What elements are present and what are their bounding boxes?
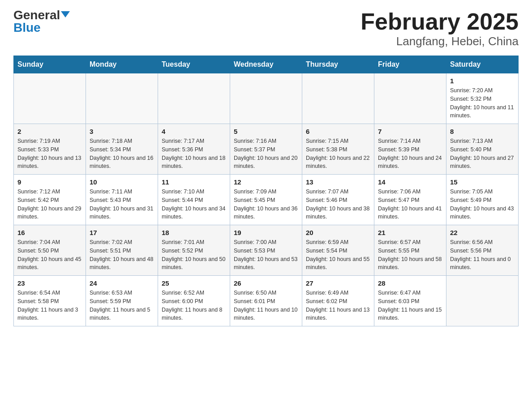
calendar-cell: 21Sunrise: 6:57 AMSunset: 5:55 PMDayligh… [374, 225, 446, 276]
day-number: 6 [306, 128, 370, 135]
calendar-cell: 25Sunrise: 6:52 AMSunset: 6:00 PMDayligh… [158, 276, 230, 326]
logo-blue-text: Blue [13, 21, 41, 34]
calendar-cell: 16Sunrise: 7:04 AMSunset: 5:50 PMDayligh… [14, 225, 86, 276]
calendar-cell: 22Sunrise: 6:56 AMSunset: 5:56 PMDayligh… [446, 225, 519, 276]
calendar-week-row: 9Sunrise: 7:12 AMSunset: 5:42 PMDaylight… [14, 175, 519, 225]
calendar-cell: 18Sunrise: 7:01 AMSunset: 5:52 PMDayligh… [158, 225, 230, 276]
calendar-cell: 5Sunrise: 7:16 AMSunset: 5:37 PMDaylight… [230, 124, 302, 175]
day-info: Sunrise: 7:11 AMSunset: 5:43 PMDaylight:… [90, 188, 154, 221]
day-info: Sunrise: 6:59 AMSunset: 5:54 PMDaylight:… [306, 238, 370, 272]
day-number: 9 [17, 178, 82, 186]
day-info: Sunrise: 7:04 AMSunset: 5:50 PMDaylight:… [17, 238, 82, 272]
day-number: 15 [450, 178, 515, 186]
calendar-cell: 2Sunrise: 7:19 AMSunset: 5:33 PMDaylight… [14, 124, 86, 175]
calendar-cell: 9Sunrise: 7:12 AMSunset: 5:42 PMDaylight… [14, 175, 86, 225]
calendar-cell: 8Sunrise: 7:13 AMSunset: 5:40 PMDaylight… [446, 124, 519, 175]
logo-general-text: General [13, 9, 60, 21]
day-info: Sunrise: 7:00 AMSunset: 5:53 PMDaylight:… [234, 238, 298, 272]
calendar-header-row: Sunday Monday Tuesday Wednesday Thursday… [14, 56, 519, 73]
day-info: Sunrise: 7:05 AMSunset: 5:49 PMDaylight:… [450, 188, 515, 221]
calendar-subtitle: Langfang, Hebei, China [360, 34, 519, 48]
day-number: 21 [378, 229, 442, 236]
calendar-cell: 24Sunrise: 6:53 AMSunset: 5:59 PMDayligh… [86, 276, 158, 326]
day-number: 20 [306, 229, 370, 236]
day-info: Sunrise: 7:15 AMSunset: 5:38 PMDaylight:… [306, 137, 370, 171]
title-block: February 2025 Langfang, Hebei, China [360, 9, 519, 48]
day-number: 3 [90, 128, 154, 135]
day-number: 2 [17, 128, 82, 135]
calendar-cell [230, 73, 302, 124]
day-info: Sunrise: 7:10 AMSunset: 5:44 PMDaylight:… [162, 188, 226, 221]
day-number: 13 [306, 178, 370, 186]
day-number: 22 [450, 229, 515, 236]
day-number: 17 [90, 229, 154, 236]
day-number: 18 [162, 229, 226, 236]
day-info: Sunrise: 7:13 AMSunset: 5:40 PMDaylight:… [450, 137, 515, 171]
day-number: 7 [378, 128, 442, 135]
calendar-cell: 10Sunrise: 7:11 AMSunset: 5:43 PMDayligh… [86, 175, 158, 225]
calendar-cell [374, 73, 446, 124]
page-header: General Blue February 2025 Langfang, Heb… [13, 9, 519, 48]
day-number: 19 [234, 229, 298, 236]
calendar-week-row: 16Sunrise: 7:04 AMSunset: 5:50 PMDayligh… [14, 225, 519, 276]
day-info: Sunrise: 6:47 AMSunset: 6:03 PMDaylight:… [378, 289, 442, 322]
day-number: 4 [162, 128, 226, 135]
calendar-cell: 13Sunrise: 7:07 AMSunset: 5:46 PMDayligh… [302, 175, 374, 225]
day-number: 12 [234, 178, 298, 186]
day-info: Sunrise: 7:16 AMSunset: 5:37 PMDaylight:… [234, 137, 298, 171]
day-number: 26 [234, 279, 298, 287]
day-number: 11 [162, 178, 226, 186]
calendar-cell: 7Sunrise: 7:14 AMSunset: 5:39 PMDaylight… [374, 124, 446, 175]
day-number: 24 [90, 279, 154, 287]
day-info: Sunrise: 7:20 AMSunset: 5:32 PMDaylight:… [450, 86, 515, 120]
calendar-cell: 19Sunrise: 7:00 AMSunset: 5:53 PMDayligh… [230, 225, 302, 276]
day-number: 10 [90, 178, 154, 186]
day-number: 8 [450, 128, 515, 135]
day-number: 25 [162, 279, 226, 287]
day-info: Sunrise: 6:56 AMSunset: 5:56 PMDaylight:… [450, 238, 515, 272]
day-info: Sunrise: 6:57 AMSunset: 5:55 PMDaylight:… [378, 238, 442, 272]
day-info: Sunrise: 7:09 AMSunset: 5:45 PMDaylight:… [234, 188, 298, 221]
day-info: Sunrise: 7:17 AMSunset: 5:36 PMDaylight:… [162, 137, 226, 171]
day-info: Sunrise: 6:53 AMSunset: 5:59 PMDaylight:… [90, 289, 154, 322]
day-info: Sunrise: 7:19 AMSunset: 5:33 PMDaylight:… [17, 137, 82, 171]
day-number: 14 [378, 178, 442, 186]
calendar-cell: 6Sunrise: 7:15 AMSunset: 5:38 PMDaylight… [302, 124, 374, 175]
day-info: Sunrise: 6:50 AMSunset: 6:01 PMDaylight:… [234, 289, 298, 322]
calendar-cell: 14Sunrise: 7:06 AMSunset: 5:47 PMDayligh… [374, 175, 446, 225]
calendar-cell: 23Sunrise: 6:54 AMSunset: 5:58 PMDayligh… [14, 276, 86, 326]
header-tuesday: Tuesday [158, 56, 230, 73]
calendar-cell: 28Sunrise: 6:47 AMSunset: 6:03 PMDayligh… [374, 276, 446, 326]
calendar-cell: 4Sunrise: 7:17 AMSunset: 5:36 PMDaylight… [158, 124, 230, 175]
day-info: Sunrise: 7:02 AMSunset: 5:51 PMDaylight:… [90, 238, 154, 272]
header-monday: Monday [86, 56, 158, 73]
header-wednesday: Wednesday [230, 56, 302, 73]
calendar-cell: 15Sunrise: 7:05 AMSunset: 5:49 PMDayligh… [446, 175, 519, 225]
day-info: Sunrise: 7:12 AMSunset: 5:42 PMDaylight:… [17, 188, 82, 221]
calendar-table: Sunday Monday Tuesday Wednesday Thursday… [13, 56, 519, 326]
header-sunday: Sunday [14, 56, 86, 73]
calendar-week-row: 23Sunrise: 6:54 AMSunset: 5:58 PMDayligh… [14, 276, 519, 326]
calendar-cell: 27Sunrise: 6:49 AMSunset: 6:02 PMDayligh… [302, 276, 374, 326]
day-info: Sunrise: 7:18 AMSunset: 5:34 PMDaylight:… [90, 137, 154, 171]
day-info: Sunrise: 7:07 AMSunset: 5:46 PMDaylight:… [306, 188, 370, 221]
header-friday: Friday [374, 56, 446, 73]
day-info: Sunrise: 6:49 AMSunset: 6:02 PMDaylight:… [306, 289, 370, 322]
calendar-cell [86, 73, 158, 124]
calendar-cell: 26Sunrise: 6:50 AMSunset: 6:01 PMDayligh… [230, 276, 302, 326]
day-number: 23 [17, 279, 82, 287]
logo: General Blue [13, 9, 70, 34]
header-thursday: Thursday [302, 56, 374, 73]
calendar-cell: 20Sunrise: 6:59 AMSunset: 5:54 PMDayligh… [302, 225, 374, 276]
calendar-cell: 3Sunrise: 7:18 AMSunset: 5:34 PMDaylight… [86, 124, 158, 175]
day-info: Sunrise: 7:01 AMSunset: 5:52 PMDaylight:… [162, 238, 226, 272]
calendar-cell: 1Sunrise: 7:20 AMSunset: 5:32 PMDaylight… [446, 73, 519, 124]
calendar-cell [302, 73, 374, 124]
day-info: Sunrise: 7:14 AMSunset: 5:39 PMDaylight:… [378, 137, 442, 171]
calendar-cell: 17Sunrise: 7:02 AMSunset: 5:51 PMDayligh… [86, 225, 158, 276]
calendar-cell [446, 276, 519, 326]
header-saturday: Saturday [446, 56, 519, 73]
calendar-title: February 2025 [360, 9, 519, 34]
calendar-cell [14, 73, 86, 124]
day-number: 1 [450, 77, 515, 85]
